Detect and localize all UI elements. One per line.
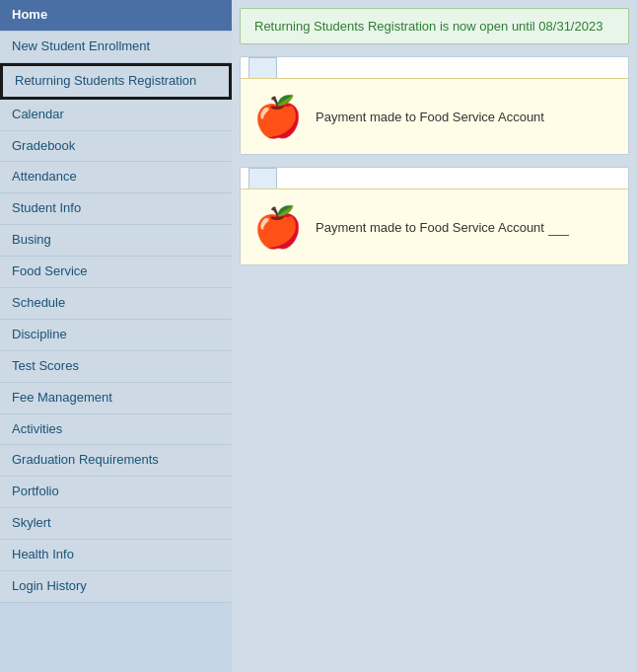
card-tab-2 xyxy=(248,168,277,188)
main-content: Returning Students Registration is now o… xyxy=(232,0,637,672)
sidebar-item-fee-management[interactable]: Fee Management xyxy=(0,383,232,414)
sidebar-item-home[interactable]: Home xyxy=(0,0,232,32)
sidebar-item-graduation-requirements[interactable]: Graduation Requirements xyxy=(0,445,232,477)
sidebar-item-food-service[interactable]: Food Service xyxy=(0,257,232,288)
card-message-2: Payment made to Food Service Account xyxy=(316,220,569,235)
sidebar-item-portfolio[interactable]: Portfolio xyxy=(0,477,232,508)
sidebar-item-schedule[interactable]: Schedule xyxy=(0,288,232,320)
sidebar-item-calendar[interactable]: Calendar xyxy=(0,100,232,131)
card-body-1: 🍎 Payment made to Food Service Account xyxy=(241,78,628,154)
food-service-card-2: 🍎 Payment made to Food Service Account xyxy=(240,167,629,265)
card-body-2: 🍎 Payment made to Food Service Account xyxy=(241,188,628,264)
sidebar-item-busing[interactable]: Busing xyxy=(0,225,232,257)
sidebar-item-test-scores[interactable]: Test Scores xyxy=(0,351,232,383)
sidebar: HomeNew Student EnrollmentReturning Stud… xyxy=(0,0,232,672)
card-message-1: Payment made to Food Service Account xyxy=(316,110,544,124)
sidebar-item-skylert[interactable]: Skylert xyxy=(0,508,232,540)
apple-icon-1: 🍎 xyxy=(254,91,302,142)
apple-icon-2: 🍎 xyxy=(254,201,302,253)
sidebar-item-discipline[interactable]: Discipline xyxy=(0,320,232,351)
notice-banner: Returning Students Registration is now o… xyxy=(240,8,629,44)
sidebar-item-health-info[interactable]: Health Info xyxy=(0,540,232,571)
sidebar-item-gradebook[interactable]: Gradebook xyxy=(0,131,232,163)
notice-text: Returning Students Registration is now o… xyxy=(254,19,602,34)
food-service-card-1: 🍎 Payment made to Food Service Account xyxy=(240,56,629,155)
sidebar-item-returning-students-registration[interactable]: Returning Students Registration xyxy=(0,63,232,100)
sidebar-item-new-student-enrollment[interactable]: New Student Enrollment xyxy=(0,32,232,63)
sidebar-item-login-history[interactable]: Login History xyxy=(0,571,232,603)
sidebar-item-student-info[interactable]: Student Info xyxy=(0,193,232,225)
sidebar-item-activities[interactable]: Activities xyxy=(0,414,232,446)
sidebar-item-attendance[interactable]: Attendance xyxy=(0,162,232,193)
card-tab-1 xyxy=(248,57,277,78)
